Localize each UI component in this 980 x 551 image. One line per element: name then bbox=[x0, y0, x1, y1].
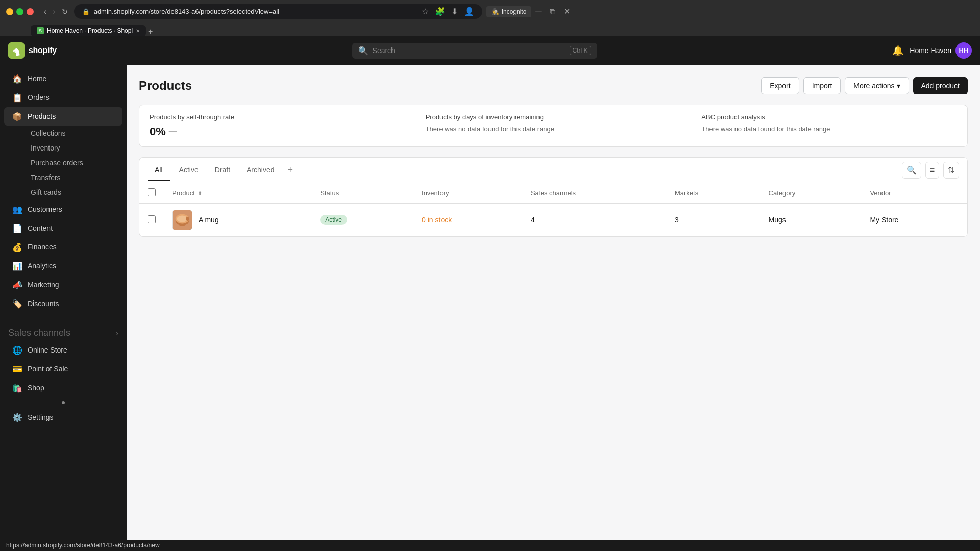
page-header: Products Export Import More actions ▾ Ad… bbox=[139, 77, 968, 94]
card-title-abc: ABC product analysis bbox=[701, 113, 957, 121]
table-header-row: Product ⬆ Status Inventory Sales channel… bbox=[139, 183, 967, 204]
sidebar-item-orders[interactable]: 📋 Orders bbox=[4, 88, 122, 107]
svg-rect-4 bbox=[186, 217, 189, 221]
sidebar-item-transfers[interactable]: Transfers bbox=[27, 170, 122, 185]
store-badge[interactable]: Home Haven HH bbox=[910, 42, 972, 59]
profile-icon[interactable]: 👤 bbox=[464, 7, 474, 16]
header-inventory: Inventory bbox=[413, 183, 523, 204]
orders-icon: 📋 bbox=[12, 92, 22, 103]
svg-point-3 bbox=[177, 215, 188, 222]
chevron-down-icon: ▾ bbox=[897, 82, 900, 90]
sidebar-item-discounts[interactable]: 🏷️ Discounts bbox=[4, 294, 122, 313]
header-checkbox-cell bbox=[139, 183, 164, 204]
purchase-orders-label: Purchase orders bbox=[31, 159, 83, 167]
sidebar-label-discounts: Discounts bbox=[28, 299, 59, 308]
extensions-icon[interactable]: 🧩 bbox=[435, 7, 445, 16]
tab-draft[interactable]: Draft bbox=[208, 160, 237, 181]
sidebar-item-shop[interactable]: 🛍️ Shop bbox=[4, 379, 122, 397]
sidebar-item-content[interactable]: 📄 Content bbox=[4, 219, 122, 237]
new-tab-btn[interactable]: + bbox=[146, 27, 155, 36]
tab-active[interactable]: Active bbox=[172, 160, 206, 181]
close-btn[interactable] bbox=[27, 8, 34, 15]
search-input[interactable] bbox=[373, 46, 566, 55]
sidebar-item-online-store[interactable]: 🌐 Online Store bbox=[4, 341, 122, 359]
row-category-cell: Mugs bbox=[761, 204, 862, 237]
expand-icon[interactable]: › bbox=[116, 329, 118, 338]
tab-archived[interactable]: Archived bbox=[239, 160, 281, 181]
top-nav: shopify 🔍 Ctrl K 🔔 Home Haven HH bbox=[0, 36, 980, 65]
dash-icon: — bbox=[169, 127, 177, 136]
sidebar-item-purchase-orders[interactable]: Purchase orders bbox=[27, 156, 122, 170]
avatar: HH bbox=[955, 42, 972, 59]
header-category: Category bbox=[761, 183, 862, 204]
analytics-card-inventory-days[interactable]: Products by days of inventory remaining … bbox=[415, 105, 692, 146]
sidebar-item-inventory[interactable]: Inventory bbox=[27, 141, 122, 155]
win-close-btn[interactable]: ✕ bbox=[564, 7, 570, 16]
add-tab-btn[interactable]: + bbox=[284, 161, 298, 180]
sort-table-btn[interactable]: ⇅ bbox=[943, 162, 959, 179]
sidebar-label-content: Content bbox=[28, 224, 53, 232]
header-status: Status bbox=[312, 183, 413, 204]
sidebar-label-settings: Settings bbox=[28, 413, 54, 421]
maximize-btn[interactable] bbox=[16, 8, 23, 15]
sidebar-item-finances[interactable]: 💰 Finances bbox=[4, 238, 122, 256]
product-thumbnail bbox=[172, 210, 192, 230]
filter-table-btn[interactable]: ≡ bbox=[925, 162, 939, 179]
sidebar-item-analytics[interactable]: 📊 Analytics bbox=[4, 257, 122, 275]
win-restore-btn[interactable]: ⧉ bbox=[550, 7, 555, 16]
add-product-btn[interactable]: Add product bbox=[913, 77, 968, 94]
sort-product-icon: ⬆ bbox=[198, 190, 202, 196]
win-minimize-btn[interactable]: ─ bbox=[535, 7, 541, 16]
sidebar-item-marketing[interactable]: 📣 Marketing bbox=[4, 276, 122, 294]
inventory-label: Inventory bbox=[31, 144, 60, 152]
header-product[interactable]: Product ⬆ bbox=[164, 183, 312, 204]
import-btn[interactable]: Import bbox=[803, 77, 841, 94]
sidebar-item-collections[interactable]: Collections bbox=[27, 126, 122, 140]
minimize-btn[interactable] bbox=[6, 8, 13, 15]
row-inventory-cell: 0 in stock bbox=[413, 204, 523, 237]
analytics-card-sellthrough[interactable]: Products by sell-through rate 0% — bbox=[139, 105, 415, 146]
sidebar: 🏠 Home 📋 Orders 📦 Products Collections bbox=[0, 65, 127, 540]
search-bar[interactable]: 🔍 Ctrl K bbox=[352, 43, 597, 59]
shop-icon: 🛍️ bbox=[12, 383, 22, 393]
home-icon: 🏠 bbox=[12, 73, 22, 84]
tab-title: Home Haven · Products · Shopi bbox=[47, 27, 133, 34]
bookmark-icon[interactable]: ☆ bbox=[422, 7, 429, 16]
sidebar-item-pos[interactable]: 💳 Point of Sale bbox=[4, 360, 122, 378]
app-wrapper: shopify 🔍 Ctrl K 🔔 Home Haven HH bbox=[0, 36, 980, 540]
sidebar-label-analytics: Analytics bbox=[28, 262, 56, 270]
download-icon[interactable]: ⬇ bbox=[451, 7, 458, 16]
active-tab[interactable]: S Home Haven · Products · Shopi ✕ bbox=[31, 25, 146, 36]
gift-cards-label: Gift cards bbox=[31, 188, 61, 196]
export-btn[interactable]: Export bbox=[761, 77, 799, 94]
sidebar-item-customers[interactable]: 👥 Customers bbox=[4, 200, 122, 218]
inventory-value: 0 in stock bbox=[422, 216, 452, 224]
settings-icon: ⚙️ bbox=[12, 412, 22, 422]
header-markets: Markets bbox=[667, 183, 761, 204]
notifications-icon[interactable]: 🔔 bbox=[892, 45, 903, 56]
select-all-checkbox[interactable] bbox=[148, 188, 156, 196]
row-vendor-cell: My Store bbox=[862, 204, 967, 237]
analytics-card-abc[interactable]: ABC product analysis There was no data f… bbox=[691, 105, 967, 146]
shopify-logo[interactable]: shopify bbox=[8, 42, 57, 59]
browser-chrome: ‹ › ↻ 🔒 admin.shopify.com/store/de8143-a… bbox=[0, 0, 980, 23]
row-sales-channels-cell: 4 bbox=[523, 204, 667, 237]
forward-btn[interactable]: › bbox=[51, 5, 57, 18]
table-row[interactable]: A mug Active 0 in stock 4 3 bbox=[139, 204, 967, 237]
search-table-btn[interactable]: 🔍 bbox=[902, 162, 921, 179]
back-btn[interactable]: ‹ bbox=[42, 5, 48, 18]
sidebar-item-settings[interactable]: ⚙️ Settings bbox=[4, 408, 122, 427]
tab-close-btn[interactable]: ✕ bbox=[136, 28, 140, 34]
address-bar[interactable]: 🔒 admin.shopify.com/store/de8143-a6/prod… bbox=[74, 4, 482, 19]
tab-all[interactable]: All bbox=[148, 160, 170, 181]
row-checkbox[interactable] bbox=[148, 215, 156, 223]
incognito-icon: 🕵 bbox=[492, 8, 499, 15]
sidebar-label-products: Products bbox=[28, 112, 56, 120]
refresh-btn[interactable]: ↻ bbox=[60, 6, 70, 18]
more-actions-btn[interactable]: More actions ▾ bbox=[845, 77, 909, 94]
sidebar-item-gift-cards[interactable]: Gift cards bbox=[27, 185, 122, 199]
row-markets-cell: 3 bbox=[667, 204, 761, 237]
sidebar-item-home[interactable]: 🏠 Home bbox=[4, 69, 122, 88]
sidebar-item-products[interactable]: 📦 Products bbox=[4, 107, 122, 126]
collections-label: Collections bbox=[31, 129, 65, 137]
